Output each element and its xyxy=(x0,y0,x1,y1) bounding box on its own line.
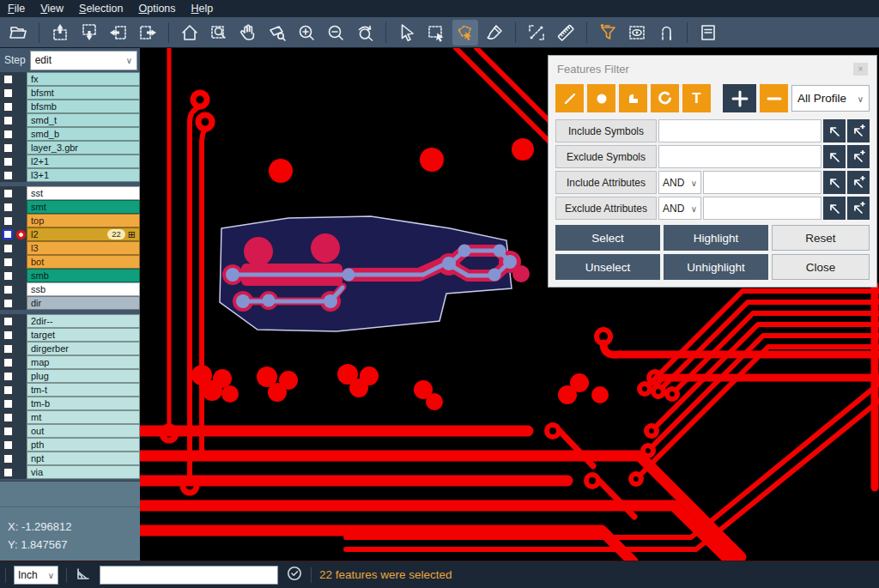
reset-button[interactable]: Reset xyxy=(772,225,870,251)
layer-row[interactable]: smd_b xyxy=(0,127,140,141)
arc-type-button[interactable] xyxy=(651,84,679,112)
pick-symbol-button[interactable] xyxy=(823,145,846,168)
layer-checkbox[interactable] xyxy=(3,258,13,267)
layer-row[interactable]: smb xyxy=(0,269,140,282)
layer-checkbox[interactable] xyxy=(3,330,13,340)
layer-row[interactable]: npt xyxy=(0,452,140,465)
layer-row[interactable]: top xyxy=(0,214,140,227)
exclude-symbols-button[interactable]: Exclude Symbols xyxy=(555,145,657,168)
pick-symbol-button[interactable] xyxy=(823,119,846,142)
layer-row[interactable]: layer_3.gbr xyxy=(0,141,140,155)
include-attributes-input[interactable] xyxy=(703,171,821,194)
shift-left-button[interactable] xyxy=(106,20,131,45)
layer-row[interactable]: out xyxy=(0,424,140,438)
pan-button[interactable] xyxy=(235,20,261,45)
layer-checkbox[interactable] xyxy=(3,203,13,212)
features-filter-button[interactable] xyxy=(595,20,621,45)
zoom-out-button[interactable] xyxy=(323,20,349,45)
layer-row[interactable]: dirgerber xyxy=(0,342,140,355)
layer-checkbox[interactable] xyxy=(3,285,13,294)
ruler-button[interactable] xyxy=(553,20,579,45)
layer-checkbox[interactable] xyxy=(3,130,13,139)
menu-help[interactable]: Help xyxy=(184,1,221,16)
layer-checkbox[interactable] xyxy=(3,468,13,477)
menu-selection[interactable]: Selection xyxy=(71,1,130,16)
pick-add-attribute-button[interactable] xyxy=(847,197,870,220)
layer-checkbox[interactable] xyxy=(3,102,13,112)
open-file-button[interactable] xyxy=(5,20,31,45)
layer-checkbox[interactable] xyxy=(3,399,13,409)
layer-checkbox[interactable] xyxy=(3,216,13,226)
layer-checkbox[interactable] xyxy=(3,358,13,367)
step-select[interactable]: edit xyxy=(30,51,137,70)
clear-brush-button[interactable] xyxy=(482,20,507,45)
layer-checkbox[interactable] xyxy=(3,344,13,354)
layer-row[interactable]: bfsmt xyxy=(0,86,140,100)
layer-row[interactable]: via xyxy=(0,465,140,479)
layer-checkbox[interactable] xyxy=(3,244,13,253)
route-snake-button[interactable] xyxy=(653,20,679,45)
menu-options[interactable]: Options xyxy=(130,1,183,16)
layer-row[interactable]: mt xyxy=(0,410,140,424)
layer-checkbox[interactable] xyxy=(3,317,13,326)
layer-checkbox[interactable] xyxy=(3,299,13,308)
measure-button[interactable] xyxy=(524,20,549,45)
units-select[interactable]: Inch xyxy=(14,566,58,585)
shift-up-button[interactable] xyxy=(47,20,73,45)
include-attributes-button[interactable]: Include Attributes xyxy=(555,171,657,194)
layer-checkbox[interactable] xyxy=(3,413,13,422)
layer-row[interactable]: tm-t xyxy=(0,383,140,397)
layer-row[interactable]: target xyxy=(0,328,140,342)
layer-checkbox[interactable] xyxy=(3,171,13,180)
line-type-button[interactable] xyxy=(555,84,584,112)
layer-row[interactable]: bot xyxy=(0,255,140,269)
exclude-attributes-operator-select[interactable]: AND xyxy=(658,197,701,220)
layer-checkbox[interactable] xyxy=(3,454,13,464)
layer-checkbox-checked[interactable] xyxy=(3,229,13,239)
select-button[interactable]: Select xyxy=(555,225,660,251)
menu-view[interactable]: View xyxy=(33,1,71,16)
zoom-home-button[interactable] xyxy=(177,20,203,45)
pick-attribute-button[interactable] xyxy=(823,197,846,220)
zoom-area-button[interactable] xyxy=(206,20,232,45)
text-type-button[interactable]: T xyxy=(682,84,711,112)
negative-polarity-button[interactable] xyxy=(760,84,788,112)
zoom-polygon-button[interactable] xyxy=(264,20,290,45)
layer-row[interactable]: l3+1 xyxy=(0,168,140,182)
layer-row[interactable]: plug xyxy=(0,369,140,383)
sync-check-icon[interactable] xyxy=(286,565,303,585)
grid-icon[interactable]: ⊞ xyxy=(128,229,136,239)
zoom-in-button[interactable] xyxy=(294,20,319,45)
surface-type-button[interactable] xyxy=(619,84,647,112)
layer-row[interactable]: 2dir-- xyxy=(0,314,140,328)
close-icon[interactable] xyxy=(853,63,868,76)
layer-checkbox[interactable] xyxy=(3,116,13,125)
select-cursor-button[interactable] xyxy=(394,20,420,45)
layer-checkbox[interactable] xyxy=(3,88,13,98)
profile-select[interactable]: All Profile xyxy=(791,85,870,112)
pick-attribute-button[interactable] xyxy=(823,171,846,194)
rect-select-button[interactable] xyxy=(423,20,449,45)
highlight-button[interactable]: Highlight xyxy=(664,225,768,251)
layer-row[interactable]: map xyxy=(0,355,140,369)
layer-row[interactable]: l3 xyxy=(0,241,140,255)
close-button[interactable]: Close xyxy=(772,254,870,280)
unselect-button[interactable]: Unselect xyxy=(555,254,660,280)
layer-checkbox[interactable] xyxy=(3,385,13,395)
layer-checkbox[interactable] xyxy=(3,75,13,84)
include-symbols-input[interactable] xyxy=(658,119,821,142)
layer-row[interactable]: smd_t xyxy=(0,113,140,127)
layer-checkbox[interactable] xyxy=(3,189,13,198)
layer-checkbox[interactable] xyxy=(3,143,13,153)
layer-row[interactable]: l2+1 xyxy=(0,155,140,168)
pad-type-button[interactable] xyxy=(587,84,615,112)
positive-polarity-button[interactable] xyxy=(723,84,756,112)
unhighlight-button[interactable]: Unhighlight xyxy=(664,254,768,280)
shift-right-button[interactable] xyxy=(135,20,161,45)
layer-checkbox[interactable] xyxy=(3,157,13,167)
shift-down-button[interactable] xyxy=(76,20,102,45)
pick-add-symbol-button[interactable] xyxy=(847,145,870,168)
view-options-button[interactable] xyxy=(624,20,650,45)
pick-add-symbol-button[interactable] xyxy=(847,119,870,142)
polygon-select-button[interactable] xyxy=(452,20,478,45)
